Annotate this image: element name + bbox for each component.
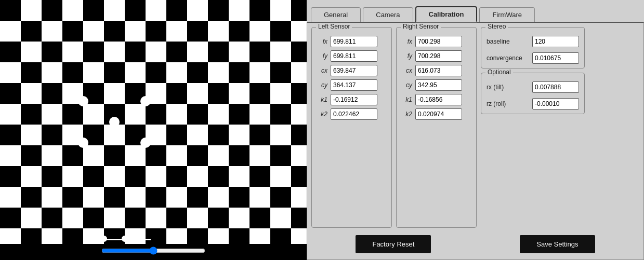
stereo-field-label: rx (tilt) (487, 84, 528, 91)
optional-label: Optional (485, 69, 513, 76)
sensor-field-row: cy (402, 79, 471, 91)
stereo-input-convergence[interactable] (532, 52, 579, 64)
field-input-fy[interactable] (331, 50, 377, 62)
sensor-field-row: fy (317, 50, 386, 62)
stereo-field-row: convergence (487, 52, 579, 64)
stereo-input-baseline[interactable] (532, 36, 579, 47)
stereo-field-row: rz (roll) (487, 98, 579, 110)
left-sensor-label: Left Sensor (316, 23, 352, 30)
optional-fields: rx (tilt)rz (roll) (487, 81, 579, 110)
sensor-field-row: fy (402, 50, 471, 62)
stereo-field-row: baseline (487, 36, 579, 47)
stereo-label: Stereo (485, 23, 508, 30)
tab-camera[interactable]: Camera (363, 7, 413, 22)
field-input-fy[interactable] (415, 50, 462, 62)
right-sensor-fields: fxfycxcyk1k2 (402, 36, 471, 120)
field-label: fy (317, 52, 327, 60)
field-input-k2[interactable] (415, 108, 462, 120)
stereo-field-row: rx (tilt) (487, 81, 579, 93)
right-sensor-group: Right Sensor fxfycxcyk1k2 (396, 27, 477, 228)
stereo-input-rzroll[interactable] (532, 98, 579, 110)
field-input-cx[interactable] (415, 65, 462, 76)
sensor-field-row: cx (402, 65, 471, 76)
sections-row: Left Sensor fxfycxcyk1k2 Right Sensor fx… (311, 27, 639, 228)
field-label: fx (402, 38, 412, 45)
right-panel: General Camera Calibration FirmWare Left… (307, 0, 644, 260)
sensor-field-row: cy (317, 79, 386, 91)
field-label: cx (317, 67, 327, 74)
field-label: k1 (402, 96, 412, 103)
slider-control[interactable] (101, 247, 205, 255)
sensor-field-row: k2 (317, 108, 386, 120)
left-sensor-fields: fxfycxcyk1k2 (317, 36, 386, 120)
stereo-field-label: convergence (487, 54, 528, 62)
main-content: Left Sensor fxfycxcyk1k2 Right Sensor fx… (307, 22, 644, 260)
tab-general[interactable]: General (311, 7, 361, 22)
checkerboard-image (0, 0, 307, 244)
sensor-field-row: k1 (402, 94, 471, 105)
field-label: cy (317, 81, 327, 89)
tab-firmware[interactable]: FirmWare (479, 7, 535, 22)
field-input-cy[interactable] (331, 79, 377, 91)
field-label: k2 (317, 111, 327, 118)
tab-calibration[interactable]: Calibration (415, 6, 478, 22)
field-input-cy[interactable] (415, 79, 462, 91)
sensor-field-row: k1 (317, 94, 386, 105)
field-label: fy (402, 52, 412, 60)
checkerboard-panel (0, 0, 307, 260)
field-input-k1[interactable] (415, 94, 462, 105)
field-input-cx[interactable] (331, 65, 377, 76)
sensor-field-row: fx (317, 36, 386, 47)
optional-group: Optional rx (tilt)rz (roll) (481, 73, 585, 114)
field-input-fx[interactable] (331, 36, 377, 47)
stereo-input-rxtilt[interactable] (532, 81, 579, 93)
buttons-row: Factory Reset Save Settings (311, 233, 639, 255)
save-settings-button[interactable]: Save Settings (520, 235, 595, 253)
field-label: k1 (317, 96, 327, 103)
right-sub: Stereo baselineconvergence Optional rx (… (481, 27, 585, 228)
sensor-field-row: cx (317, 65, 386, 76)
left-sensor-group: Left Sensor fxfycxcyk1k2 (311, 27, 392, 228)
field-input-k2[interactable] (331, 108, 377, 120)
right-sensor-label: Right Sensor (401, 23, 441, 30)
tabs-row: General Camera Calibration FirmWare (307, 0, 644, 22)
field-label: cx (402, 67, 412, 74)
stereo-field-label: rz (roll) (487, 100, 528, 107)
stereo-field-label: baseline (487, 38, 528, 45)
sensor-field-row: k2 (402, 108, 471, 120)
field-label: cy (402, 81, 412, 89)
factory-reset-button[interactable]: Factory Reset (356, 235, 431, 253)
field-label: k2 (402, 111, 412, 118)
stereo-fields: baselineconvergence (487, 36, 579, 64)
field-input-fx[interactable] (415, 36, 462, 47)
stereo-group: Stereo baselineconvergence (481, 27, 585, 69)
field-label: fx (317, 38, 327, 45)
field-input-k1[interactable] (331, 94, 377, 105)
sensor-field-row: fx (402, 36, 471, 47)
